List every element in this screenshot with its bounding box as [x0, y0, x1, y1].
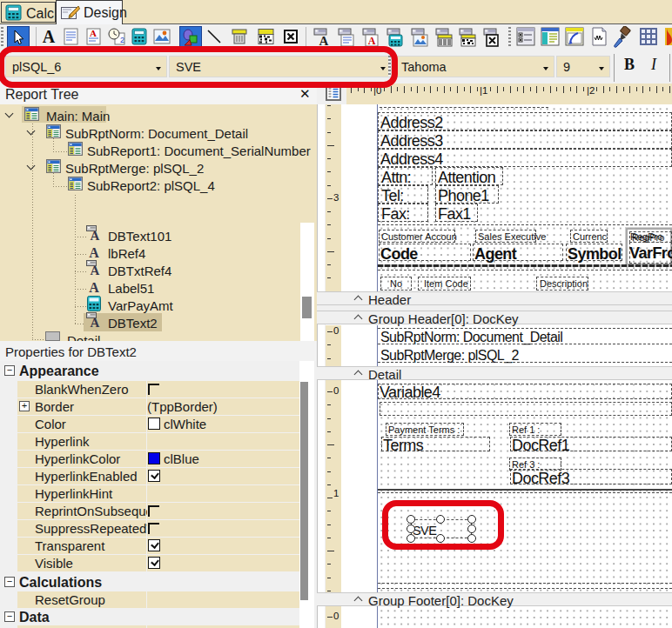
- svg-text:A: A: [91, 316, 100, 329]
- svg-text:A: A: [91, 229, 100, 242]
- svg-text:A: A: [368, 35, 376, 47]
- svg-text:A: A: [91, 264, 100, 277]
- svg-text:A: A: [89, 280, 99, 294]
- svg-text:2: 2: [120, 36, 124, 44]
- svg-text:A: A: [90, 28, 97, 38]
- svg-text:A: A: [43, 27, 56, 46]
- svg-text:A: A: [89, 245, 99, 259]
